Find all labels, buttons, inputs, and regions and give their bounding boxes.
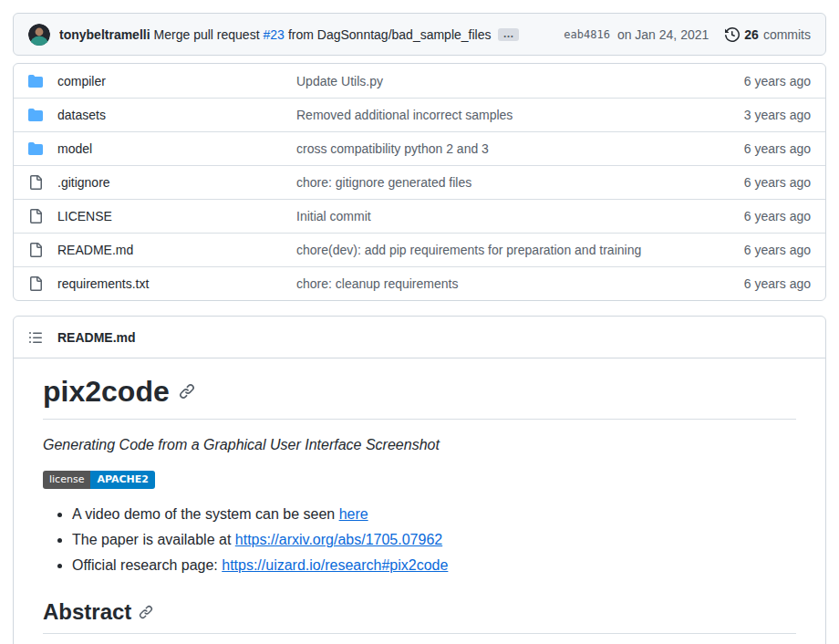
readme-subtitle: Generating Code from a Graphical User In… [43,434,796,456]
commit-message: tonybeltramelli Merge pull request #23 f… [59,27,519,42]
file-commit-message-link[interactable]: Initial commit [296,209,696,223]
readme-bullet-list: A video demo of the system can be seen h… [43,504,796,576]
file-name-link[interactable]: compiler [57,74,282,88]
badge-label: license [43,471,90,489]
commit-message-expand-button[interactable]: … [498,28,519,41]
readme-file-tab: README.md [57,330,136,345]
outline-button[interactable] [28,330,43,345]
file-age-link[interactable]: 6 years ago [710,175,811,190]
bullet-text: The paper is available at [72,532,235,547]
readme-header: README.md [14,317,825,358]
history-icon [725,27,740,42]
folder-icon [28,141,43,156]
table-row: LICENSE Initial commit 6 years ago [14,199,825,233]
table-row: model cross compatibility python 2 and 3… [14,131,825,165]
commits-label: commits [763,27,811,42]
avatar-image [28,24,50,46]
folder-icon [28,74,43,88]
pr-number-link[interactable]: #23 [264,27,285,42]
link-icon[interactable] [139,605,153,619]
file-commit-message-link[interactable]: Update Utils.py [296,74,696,88]
file-commit-message-link[interactable]: chore: gitignore generated files [296,175,696,190]
list-item: Official research page: https://uizard.i… [72,555,796,576]
list-item: The paper is available at https://arxiv.… [72,529,796,551]
file-table: compiler Update Utils.py 6 years ago dat… [13,63,826,301]
file-name-link[interactable]: LICENSE [57,209,282,223]
table-row: compiler Update Utils.py 6 years ago [14,64,825,98]
table-row: README.md chore(dev): add pip requiremen… [14,233,825,266]
readme-h2: Abstract [43,598,796,634]
file-name-link[interactable]: model [57,141,282,156]
table-row: requirements.txt chore: cleanup requirem… [14,266,825,300]
license-badge[interactable]: license APACHE2 [43,471,155,489]
file-age-link[interactable]: 6 years ago [710,141,811,156]
file-age-link[interactable]: 6 years ago [710,243,811,257]
file-icon [28,209,43,223]
file-icon [28,243,43,257]
bullet-text: Official research page: [72,557,222,573]
commit-author-link[interactable]: tonybeltramelli [59,27,150,42]
commit-message-prefix: Merge pull request [154,27,260,42]
table-row: datasets Removed additional incorrect sa… [14,98,825,131]
commits-count: 26 [744,27,759,42]
bullet-link[interactable]: https://arxiv.org/abs/1705.07962 [235,532,442,547]
file-name-link[interactable]: .gitignore [57,175,282,190]
commit-meta: eab4816 on Jan 24, 2021 26 commits [564,27,811,42]
file-commit-message-link[interactable]: cross compatibility python 2 and 3 [296,141,696,156]
file-commit-message-link[interactable]: chore: cleanup requirements [296,276,696,291]
file-age-link[interactable]: 6 years ago [710,74,811,88]
bullet-link[interactable]: here [339,506,368,522]
avatar[interactable] [28,24,50,46]
readme-h2-text: Abstract [43,598,131,626]
file-age-link[interactable]: 6 years ago [710,209,811,223]
readme-panel: README.md pix2code Generating Code from … [13,316,826,644]
file-commit-message-link[interactable]: chore(dev): add pip requirements for pre… [296,243,696,257]
file-name-link[interactable]: datasets [57,108,282,122]
commit-history-link[interactable]: 26 commits [725,27,811,42]
repo-page: tonybeltramelli Merge pull request #23 f… [0,0,839,644]
readme-h1: pix2code [43,373,796,420]
badge-value: APACHE2 [90,471,155,489]
file-age-link[interactable]: 6 years ago [710,276,811,291]
link-icon[interactable] [179,383,195,400]
file-icon [28,175,43,190]
commit-message-suffix: from DagSonntag/bad_sample_files [288,27,492,42]
readme-content: pix2code Generating Code from a Graphica… [14,358,825,644]
file-icon [28,276,43,291]
file-name-link[interactable]: README.md [57,243,282,257]
list-unordered-icon [28,330,43,345]
commit-message-link[interactable]: Merge pull request [154,27,260,42]
readme-h1-text: pix2code [43,373,170,410]
list-item: A video demo of the system can be seen h… [72,504,796,525]
commit-date: on Jan 24, 2021 [617,27,709,42]
commit-hash-link[interactable]: eab4816 [564,28,610,41]
bullet-text: A video demo of the system can be seen [72,506,339,522]
file-name-link[interactable]: requirements.txt [57,276,282,291]
file-age-link[interactable]: 3 years ago [710,108,811,122]
table-row: .gitignore chore: gitignore generated fi… [14,165,825,199]
folder-icon [28,108,43,122]
latest-commit-bar: tonybeltramelli Merge pull request #23 f… [13,13,826,56]
bullet-link[interactable]: https://uizard.io/research#pix2code [222,557,448,573]
file-commit-message-link[interactable]: Removed additional incorrect samples [296,108,696,122]
